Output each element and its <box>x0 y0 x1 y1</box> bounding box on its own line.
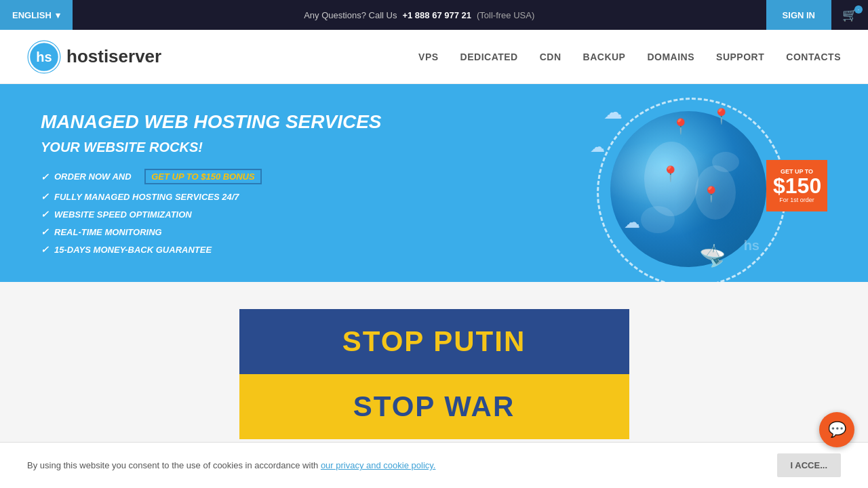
lang-label: ENGLISH <box>12 10 52 20</box>
ukraine-banner: STOP PUTIN STOP WAR <box>239 309 629 439</box>
feature5-text: 15-DAYS MONEY-BACK GUARANTEE <box>54 245 212 255</box>
question-text: Any Questions? Call Us <box>304 10 397 20</box>
logo-link[interactable]: hs hostiserver <box>27 40 161 74</box>
check-icon-4: ✓ <box>41 226 49 237</box>
feature-speed: ✓ WEBSITE SPEED OPTIMIZATION <box>41 209 381 220</box>
lang-arrow: ▾ <box>56 10 60 20</box>
feature-moneyback: ✓ 15-DAYS MONEY-BACK GUARANTEE <box>41 244 381 255</box>
cookie-policy-link[interactable]: our privacy and cookie policy. <box>321 460 436 466</box>
accept-cookies-button[interactable]: I ACCE... <box>777 453 841 466</box>
topbar-right: SIGN IN 🛒 · <box>766 0 868 30</box>
feature1-pre: ORDER NOW AND <box>54 171 132 182</box>
cookie-bar: By using this website you consent to the… <box>0 442 868 466</box>
nav-contacts[interactable]: CONTACTS <box>786 52 841 62</box>
bonus-amount: $150 <box>773 175 821 197</box>
check-icon: ✓ <box>41 171 49 182</box>
hero-section: MANAGED WEB HOSTING SERVICES YOUR WEBSIT… <box>0 84 868 282</box>
cart-badge: · <box>854 5 863 14</box>
chat-icon: 💬 <box>828 421 846 439</box>
feature-monitoring: ✓ REAL-TIME MONITORING <box>41 226 381 237</box>
phone-number: +1 888 67 977 21 <box>402 10 471 20</box>
hero-heading2: YOUR WEBSITE ROCKS! <box>41 140 381 155</box>
cloud-3: ☁ <box>624 213 640 232</box>
hero-heading1: MANAGED WEB HOSTING SERVICES <box>41 111 381 133</box>
stop-putin: STOP PUTIN <box>239 309 629 374</box>
bonus-for-order: For 1st order <box>773 197 821 203</box>
nav-support[interactable]: SUPPORT <box>716 52 764 62</box>
hero-image: 📍 📍 📍 📍 ☁ ☁ ☁ hs 📡 GET UP TO $150 For 1s… <box>570 98 827 274</box>
pin-2: 📍 <box>712 108 730 125</box>
feature3-text: WEBSITE SPEED OPTIMIZATION <box>54 209 192 220</box>
pin-3: 📍 <box>661 165 679 183</box>
feature2-text: FULLY MANAGED HOSTING SERVICES 24/7 <box>54 192 239 202</box>
check-icon-3: ✓ <box>41 209 49 220</box>
nav-vps[interactable]: VPS <box>418 52 439 62</box>
feature-managed: ✓ FULLY MANAGED HOSTING SERVICES 24/7 <box>41 191 381 202</box>
cart-button[interactable]: 🛒 · <box>831 0 868 30</box>
check-icon-2: ✓ <box>41 191 49 202</box>
nav-links: VPS DEDICATED CDN BACKUP DOMAINS SUPPORT… <box>418 51 841 63</box>
cookie-text: By using this website you consent to the… <box>27 460 435 466</box>
nav-backup[interactable]: BACKUP <box>583 52 626 62</box>
language-selector[interactable]: ENGLISH ▾ <box>0 0 73 30</box>
svg-text:hs: hs <box>36 49 52 64</box>
pin-4: 📍 <box>702 186 720 203</box>
svg-point-5 <box>641 206 675 233</box>
check-icon-5: ✓ <box>41 244 49 255</box>
pin-1: 📍 <box>671 118 690 136</box>
feature1-highlight: GET UP TO $150 BONUS <box>144 169 261 184</box>
nav-dedicated[interactable]: DEDICATED <box>460 52 518 62</box>
navbar: hs hostiserver VPS DEDICATED CDN BACKUP … <box>0 30 868 84</box>
feature4-text: REAL-TIME MONITORING <box>54 227 162 237</box>
globe-container: 📍 📍 📍 📍 ☁ ☁ ☁ hs 📡 <box>597 98 787 274</box>
topbar-center: Any Questions? Call Us +1 888 67 977 21 … <box>304 10 534 20</box>
logo-text: hostiserver <box>66 46 161 67</box>
svg-point-6 <box>712 152 739 172</box>
cloud-1: ☁ <box>604 101 623 123</box>
hs-watermark: hs <box>744 238 760 253</box>
bonus-badge: GET UP TO $150 For 1st order <box>766 160 827 211</box>
hero-content: MANAGED WEB HOSTING SERVICES YOUR WEBSIT… <box>41 111 381 255</box>
nav-cdn[interactable]: CDN <box>540 52 561 62</box>
topbar: ENGLISH ▾ Any Questions? Call Us +1 888 … <box>0 0 868 30</box>
hero-features: ✓ ORDER NOW AND GET UP TO $150 BONUS ✓ F… <box>41 169 381 255</box>
main-content: STOP PUTIN STOP WAR <box>0 282 868 466</box>
topbar-left: ENGLISH ▾ <box>0 0 73 30</box>
nav-domains[interactable]: DOMAINS <box>647 52 694 62</box>
chat-button[interactable]: 💬 <box>819 412 854 447</box>
cloud-2: ☁ <box>590 138 605 156</box>
feature-bonus: ✓ ORDER NOW AND GET UP TO $150 BONUS <box>41 169 381 184</box>
logo-icon: hs <box>27 40 61 74</box>
stop-war: STOP WAR <box>239 374 629 439</box>
signin-button[interactable]: SIGN IN <box>766 0 831 30</box>
tollfree-label: (Toll-free USA) <box>477 10 534 20</box>
